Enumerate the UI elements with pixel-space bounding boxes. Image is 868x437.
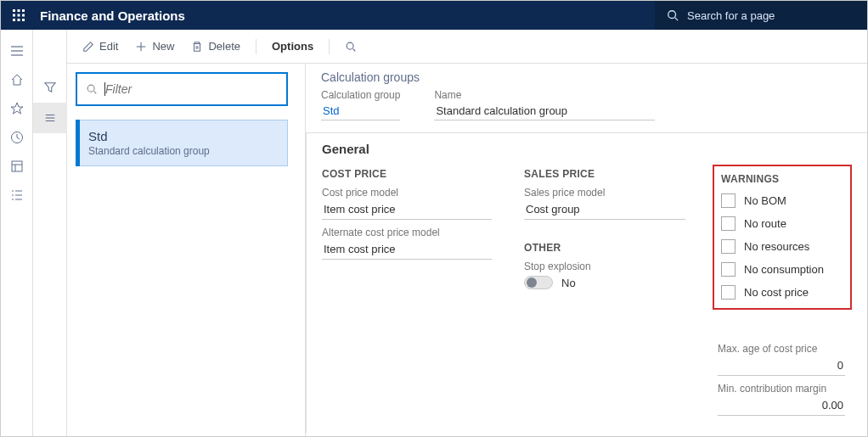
detail-panel: Calculation groups Calculation group Std… [305, 64, 867, 436]
list-item-subtitle: Standard calculation group [88, 145, 275, 157]
svg-rect-2 [22, 9, 25, 12]
filter-field[interactable] [105, 82, 278, 96]
max-age-label: Max. age of cost price [718, 343, 845, 355]
other-section: OTHER [524, 242, 685, 254]
modules-icon[interactable] [3, 181, 31, 210]
topbar: Finance and Operations Search for a page [1, 1, 867, 30]
stop-explosion-label: Stop explosion [524, 261, 685, 272]
edit-button[interactable]: Edit [76, 36, 125, 56]
min-margin-value[interactable]: 0.00 [718, 397, 845, 416]
no-bom-label: No BOM [744, 194, 786, 207]
new-button[interactable]: New [128, 36, 181, 56]
nav-rail [1, 30, 33, 436]
no-bom-checkbox[interactable] [721, 193, 736, 208]
alt-cost-model-value[interactable]: Item cost price [322, 241, 492, 260]
name-value[interactable]: Standard calculation group [434, 103, 655, 120]
cost-price-model-value[interactable]: Item cost price [322, 201, 492, 220]
svg-point-29 [347, 42, 353, 49]
star-icon[interactable] [3, 94, 31, 123]
svg-rect-0 [13, 9, 15, 12]
warnings-highlight: WARNINGS No BOM No route No resources No… [713, 165, 852, 310]
filter-input[interactable] [76, 72, 288, 106]
recent-icon[interactable] [3, 123, 31, 152]
sales-price-model-value[interactable]: Cost group [524, 201, 685, 220]
svg-line-30 [353, 48, 356, 51]
max-age-value[interactable]: 0 [718, 357, 845, 376]
svg-rect-7 [18, 19, 20, 21]
options-button[interactable]: Options [265, 36, 320, 56]
svg-point-9 [668, 11, 676, 19]
list-panel: Std Standard calculation group [67, 64, 305, 436]
no-consumption-label: No consumption [744, 263, 824, 276]
cost-price-section: COST PRICE [322, 168, 492, 180]
workspace-icon[interactable] [3, 152, 31, 181]
no-route-label: No route [744, 217, 786, 230]
list-item-title: Std [88, 129, 275, 143]
svg-rect-4 [18, 14, 20, 17]
warnings-section: WARNINGS [721, 173, 840, 185]
home-icon[interactable] [3, 65, 31, 94]
page-title: Calculation groups [321, 70, 867, 84]
no-resources-checkbox[interactable] [721, 239, 736, 254]
svg-rect-6 [13, 19, 15, 21]
no-resources-label: No resources [744, 240, 809, 253]
svg-rect-1 [18, 9, 20, 12]
global-search[interactable]: Search for a page [655, 1, 867, 30]
svg-line-32 [94, 92, 97, 94]
list-toolbar [33, 30, 67, 436]
no-route-checkbox[interactable] [721, 216, 736, 231]
search-placeholder: Search for a page [687, 9, 775, 22]
calc-group-label: Calculation group [321, 89, 400, 101]
list-icon[interactable] [33, 103, 67, 133]
no-consumption-checkbox[interactable] [721, 262, 736, 277]
svg-point-31 [87, 85, 94, 92]
cost-price-model-label: Cost price model [322, 187, 492, 199]
general-header[interactable]: General [307, 133, 867, 165]
list-item[interactable]: Std Standard calculation group [76, 120, 288, 166]
svg-rect-5 [22, 14, 25, 17]
svg-rect-8 [22, 19, 25, 21]
svg-line-10 [675, 18, 679, 21]
svg-rect-15 [12, 161, 22, 171]
command-bar: Edit New Delete Options [67, 30, 867, 64]
delete-button[interactable]: Delete [184, 36, 247, 56]
svg-rect-3 [13, 14, 15, 17]
general-fasttab: General COST PRICE Cost price model Item… [306, 132, 867, 433]
app-launcher-icon[interactable] [1, 1, 37, 30]
calc-group-value[interactable]: Std [321, 103, 400, 120]
no-cost-price-checkbox[interactable] [721, 285, 736, 300]
sales-price-model-label: Sales price model [524, 187, 685, 199]
min-margin-label: Min. contribution margin [718, 383, 845, 395]
filter-icon[interactable] [33, 72, 67, 103]
name-label: Name [434, 89, 655, 101]
sales-price-section: SALES PRICE [524, 168, 685, 180]
app-title: Finance and Operations [37, 8, 185, 23]
hamburger-icon[interactable] [3, 36, 31, 65]
no-cost-price-label: No cost price [744, 286, 809, 299]
alt-cost-model-label: Alternate cost price model [322, 227, 492, 238]
find-button[interactable] [338, 37, 364, 56]
stop-explosion-value: No [561, 277, 576, 289]
stop-explosion-toggle[interactable] [524, 276, 553, 289]
